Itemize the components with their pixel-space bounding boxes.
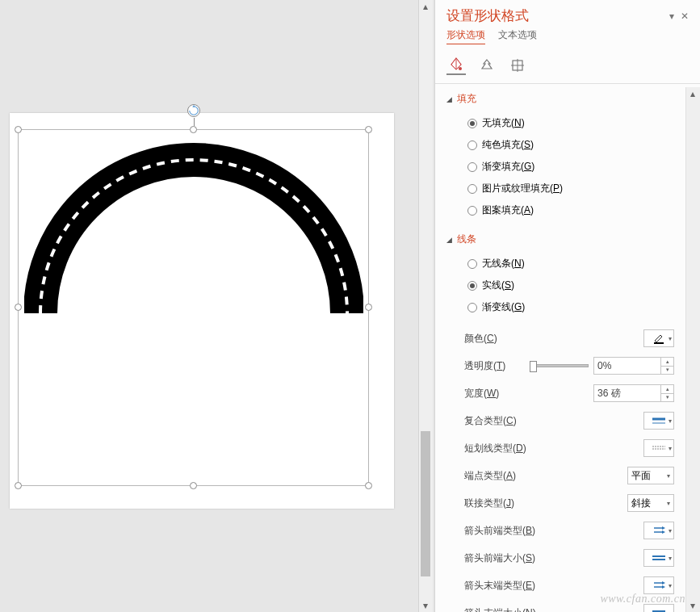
spin-down-icon[interactable]: ▾ bbox=[661, 394, 673, 402]
canvas-area: ▴ ▾ bbox=[0, 0, 434, 612]
join-type-dropdown[interactable]: 斜接▾ bbox=[627, 494, 674, 512]
tab-shape-options[interactable]: 形状选项 bbox=[446, 28, 485, 44]
resize-handle[interactable] bbox=[190, 126, 197, 133]
arrow-begin-size-label: 箭头前端大小(S) bbox=[464, 551, 535, 565]
fill-none-radio[interactable]: 无填充(N) bbox=[467, 112, 674, 134]
compound-type-button[interactable]: ▾ bbox=[643, 412, 674, 430]
slider-knob[interactable] bbox=[530, 361, 537, 372]
fill-line-icon[interactable] bbox=[446, 56, 466, 75]
fill-picture-radio[interactable]: 图片或纹理填充(P) bbox=[467, 178, 674, 199]
line-gradient-radio[interactable]: 渐变线(G) bbox=[467, 296, 674, 318]
scroll-down-icon[interactable]: ▾ bbox=[419, 599, 432, 612]
panel-scrollbar[interactable]: ▴ ▾ bbox=[685, 87, 700, 612]
collapse-icon: ◢ bbox=[446, 236, 452, 244]
arrow-type-icon bbox=[652, 526, 665, 534]
task-pane-options-icon[interactable]: ▾ bbox=[668, 10, 676, 22]
width-input[interactable]: 36 磅▴▾ bbox=[593, 384, 674, 402]
arrow-begin-type-button[interactable]: ▾ bbox=[643, 522, 674, 539]
resize-handle[interactable] bbox=[365, 304, 372, 311]
scroll-up-icon[interactable]: ▴ bbox=[419, 0, 432, 13]
compound-line-icon bbox=[652, 417, 665, 425]
cap-label: 端点类型(A) bbox=[464, 469, 516, 483]
size-properties-icon[interactable] bbox=[508, 56, 527, 75]
svg-rect-4 bbox=[654, 342, 664, 344]
scrollbar-thumb[interactable] bbox=[421, 431, 430, 576]
section-line-label: 线条 bbox=[457, 233, 476, 246]
arrow-size-icon bbox=[652, 609, 665, 612]
arrow-type-icon bbox=[652, 581, 665, 589]
collapse-icon: ◢ bbox=[446, 95, 452, 103]
color-picker-button[interactable]: ▾ bbox=[643, 329, 674, 347]
close-icon[interactable]: ✕ bbox=[679, 10, 690, 22]
scroll-up-icon[interactable]: ▴ bbox=[686, 87, 699, 100]
fill-gradient-radio[interactable]: 渐变填充(G) bbox=[467, 156, 674, 178]
compound-label: 复合类型(C) bbox=[464, 414, 517, 428]
fill-solid-radio[interactable]: 纯色填充(S) bbox=[467, 134, 674, 156]
spin-up-icon[interactable]: ▴ bbox=[661, 358, 673, 367]
arrow-end-type-button[interactable]: ▾ bbox=[643, 576, 674, 594]
format-shape-panel: 设置形状格式 ▾ ✕ 形状选项 文本选项 ◢ 填充 无填充(N) 纯色填充(S)… bbox=[434, 0, 700, 612]
resize-handle[interactable] bbox=[365, 482, 372, 489]
tab-text-options[interactable]: 文本选项 bbox=[498, 28, 537, 44]
resize-handle[interactable] bbox=[15, 304, 22, 311]
transparency-slider[interactable] bbox=[532, 364, 589, 367]
section-line-header[interactable]: ◢ 线条 bbox=[435, 228, 685, 251]
line-none-radio[interactable]: 无线条(N) bbox=[467, 253, 674, 275]
fill-pattern-radio[interactable]: 图案填充(A) bbox=[467, 199, 674, 221]
selection-box[interactable] bbox=[18, 129, 369, 486]
svg-point-0 bbox=[459, 67, 462, 70]
arrow-size-icon bbox=[652, 554, 665, 562]
canvas-scrollbar[interactable]: ▴ ▾ bbox=[418, 0, 433, 612]
section-fill-header[interactable]: ◢ 填充 bbox=[435, 87, 685, 111]
spin-up-icon[interactable]: ▴ bbox=[661, 385, 673, 394]
arrow-end-size-label: 箭头末端大小(N) bbox=[464, 606, 536, 613]
rotate-handle[interactable] bbox=[187, 104, 200, 117]
dash-type-button[interactable]: ▾ bbox=[643, 439, 674, 457]
panel-title: 设置形状格式 bbox=[446, 6, 529, 25]
transparency-input[interactable]: 0%▴▾ bbox=[593, 357, 674, 375]
width-label: 宽度(W) bbox=[464, 387, 499, 400]
effects-icon[interactable] bbox=[477, 56, 497, 75]
cap-type-dropdown[interactable]: 平面▾ bbox=[627, 467, 674, 484]
watermark: www.cfan.com.cn bbox=[600, 593, 685, 606]
line-solid-radio[interactable]: 实线(S) bbox=[467, 275, 674, 296]
pen-icon bbox=[652, 332, 665, 345]
transparency-label: 透明度(T) bbox=[464, 359, 505, 373]
resize-handle[interactable] bbox=[365, 126, 372, 133]
scroll-down-icon[interactable]: ▾ bbox=[686, 599, 699, 612]
arrow-end-type-label: 箭头末端类型(E) bbox=[464, 579, 535, 593]
dash-line-icon bbox=[652, 445, 665, 451]
join-label: 联接类型(J) bbox=[464, 497, 514, 510]
arrow-begin-type-label: 箭头前端类型(B) bbox=[464, 524, 535, 538]
resize-handle[interactable] bbox=[190, 482, 197, 489]
resize-handle[interactable] bbox=[15, 482, 22, 489]
arrow-begin-size-button[interactable]: ▾ bbox=[643, 549, 674, 567]
spin-down-icon[interactable]: ▾ bbox=[661, 367, 673, 375]
dash-label: 短划线类型(D) bbox=[464, 442, 526, 455]
color-label: 颜色(C) bbox=[464, 332, 497, 346]
section-fill-label: 填充 bbox=[457, 92, 476, 106]
resize-handle[interactable] bbox=[15, 126, 22, 133]
